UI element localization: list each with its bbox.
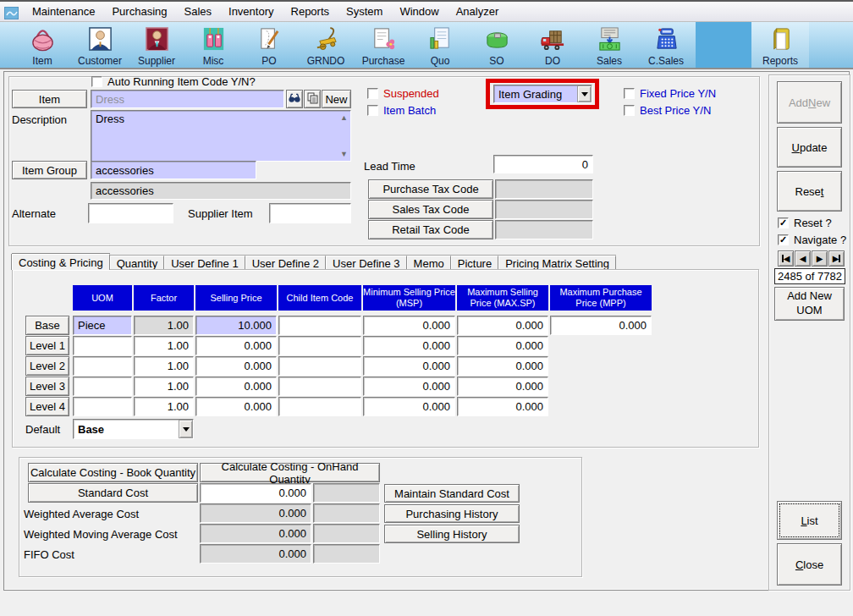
calc-costing-book-button[interactable]: Calculate Costing - Book Quantity: [28, 463, 198, 482]
nav-prev-button[interactable]: ◀: [795, 250, 811, 267]
row-button-level3[interactable]: Level 3: [25, 377, 69, 396]
cell-base-selling-price[interactable]: 10.000: [195, 316, 277, 335]
lead-time-input[interactable]: 0: [493, 155, 593, 173]
row-button-level2[interactable]: Level 2: [25, 356, 69, 376]
toolbar-grndo[interactable]: GRNDO: [299, 23, 353, 68]
cell-level4-selling-price[interactable]: 0.000: [195, 397, 277, 416]
toolbar-customer[interactable]: Customer: [73, 23, 127, 68]
update-button[interactable]: Update: [777, 127, 842, 168]
cell-level2-factor[interactable]: 1.00: [134, 356, 194, 376]
purchase-tax-code-button[interactable]: Purchase Tax Code: [368, 179, 493, 199]
tab-user-define-3[interactable]: User Define 3: [326, 256, 406, 270]
cell-level1-msp[interactable]: 0.000: [363, 336, 455, 355]
toolbar-quo[interactable]: Quo: [413, 23, 467, 68]
menu-window[interactable]: Window: [391, 2, 447, 22]
retail-tax-code-button[interactable]: Retail Tax Code: [368, 220, 493, 239]
scroll-down-icon[interactable]: ▼: [338, 150, 349, 158]
toolbar-reports[interactable]: Reports: [753, 23, 807, 68]
reset-button[interactable]: Reset: [777, 171, 842, 212]
standard-cost-input[interactable]: 0.000: [200, 483, 311, 503]
cell-base-uom[interactable]: Piece: [73, 316, 132, 335]
tab-memo[interactable]: Memo: [407, 256, 451, 270]
toolbar-so[interactable]: SO: [470, 23, 524, 68]
nav-first-button[interactable]: ◀: [778, 250, 794, 267]
cell-level1-selling-price[interactable]: 0.000: [195, 336, 277, 355]
menu-sales[interactable]: Sales: [176, 2, 221, 22]
record-counter-input[interactable]: 2485 of 7782: [774, 268, 845, 284]
fixed-price-checkbox[interactable]: [624, 88, 635, 99]
cell-level3-factor[interactable]: 1.00: [134, 377, 194, 396]
cell-level1-child-item-code[interactable]: [278, 336, 361, 355]
item-code-input[interactable]: Dress: [91, 90, 284, 108]
cell-level3-child-item-code[interactable]: [278, 377, 361, 396]
menu-reports[interactable]: Reports: [283, 2, 338, 22]
toolbar-item[interactable]: Item: [15, 23, 69, 68]
menu-purchasing[interactable]: Purchasing: [103, 2, 175, 22]
cell-level3-selling-price[interactable]: 0.000: [195, 377, 277, 396]
cell-level2-child-item-code[interactable]: [278, 356, 361, 376]
sales-tax-code-button[interactable]: Sales Tax Code: [368, 200, 493, 219]
chevron-down-icon[interactable]: [577, 85, 592, 102]
toolbar-csales[interactable]: C.Sales: [639, 23, 693, 68]
tab-quantity[interactable]: Quantity: [110, 256, 164, 270]
item-batch-checkbox[interactable]: [367, 105, 378, 116]
menu-inventory[interactable]: Inventory: [220, 2, 282, 22]
toolbar-po[interactable]: PO: [242, 23, 296, 68]
scroll-up-icon[interactable]: ▲: [338, 113, 349, 122]
item-grading-dropdown[interactable]: Item Grading: [493, 85, 592, 103]
cell-base-max-sp[interactable]: 0.000: [457, 316, 548, 335]
calc-costing-onhand-button[interactable]: Calculate Costing - OnHand Quantity: [200, 463, 380, 482]
close-button[interactable]: Close: [777, 543, 842, 586]
alternate-input[interactable]: [88, 203, 173, 223]
tab-user-define-1[interactable]: User Define 1: [164, 256, 245, 270]
purchasing-history-button[interactable]: Purchasing History: [384, 504, 520, 523]
tab-pricing-matrix-setting[interactable]: Pricing Matrix Setting: [498, 256, 616, 270]
best-price-checkbox[interactable]: [624, 105, 635, 116]
row-button-level1[interactable]: Level 1: [25, 336, 69, 355]
cell-level3-msp[interactable]: 0.000: [363, 377, 455, 396]
cell-level1-factor[interactable]: 1.00: [134, 336, 194, 355]
menu-maintenance[interactable]: Maintenance: [24, 2, 103, 22]
toolbar-do[interactable]: DO: [526, 23, 580, 68]
item-group-button[interactable]: Item Group: [12, 161, 87, 179]
toolbar-supplier[interactable]: Supplier: [129, 23, 184, 68]
default-uom-dropdown[interactable]: Base: [73, 419, 194, 439]
toolbar-misc[interactable]: Misc: [186, 23, 240, 68]
suspended-checkbox[interactable]: [367, 88, 378, 99]
cell-level3-uom[interactable]: [73, 377, 132, 396]
cell-level4-child-item-code[interactable]: [278, 397, 361, 416]
list-button[interactable]: List: [777, 501, 842, 540]
cell-level1-uom[interactable]: [73, 336, 132, 355]
item-group-input[interactable]: accessories: [91, 161, 256, 179]
cell-level2-selling-price[interactable]: 0.000: [195, 356, 277, 376]
nav-last-button[interactable]: ▶: [828, 250, 845, 267]
copy-button[interactable]: [304, 90, 321, 108]
row-button-level4[interactable]: Level 4: [25, 397, 69, 416]
cell-level4-uom[interactable]: [73, 397, 132, 416]
cell-level4-factor[interactable]: 1.00: [134, 397, 194, 416]
add-new-uom-button[interactable]: Add New UOM: [774, 287, 845, 321]
cell-level2-uom[interactable]: [73, 356, 132, 376]
tab-picture[interactable]: Picture: [451, 256, 498, 270]
menu-analyzer[interactable]: Analyzer: [448, 2, 508, 22]
add-new-button[interactable]: Add New: [777, 81, 842, 124]
toolbar-sales[interactable]: Sales: [582, 23, 636, 68]
supplier-item-input[interactable]: [269, 203, 351, 223]
description-textarea[interactable]: Dress ▲ ▼: [91, 110, 351, 162]
cell-level4-max-sp[interactable]: 0.000: [457, 397, 548, 416]
item-button[interactable]: Item: [12, 90, 87, 108]
cell-base-msp[interactable]: 0.000: [363, 316, 455, 335]
new-button[interactable]: New: [322, 90, 351, 108]
cell-level2-msp[interactable]: 0.000: [363, 356, 455, 376]
maintain-standard-cost-button[interactable]: Maintain Standard Cost: [384, 484, 520, 503]
cell-level1-max-sp[interactable]: 0.000: [457, 336, 548, 355]
cell-base-factor[interactable]: 1.00: [134, 316, 194, 335]
auto-running-checkbox[interactable]: [91, 76, 102, 87]
navigate-checkbox[interactable]: ✓: [778, 234, 789, 245]
cell-level3-max-sp[interactable]: 0.000: [457, 377, 548, 396]
find-button[interactable]: [286, 90, 303, 108]
cell-level4-msp[interactable]: 0.000: [363, 397, 455, 416]
tab-user-define-2[interactable]: User Define 2: [245, 256, 326, 270]
reset-checkbox[interactable]: ✓: [778, 217, 789, 228]
cell-level2-max-sp[interactable]: 0.000: [457, 356, 548, 376]
